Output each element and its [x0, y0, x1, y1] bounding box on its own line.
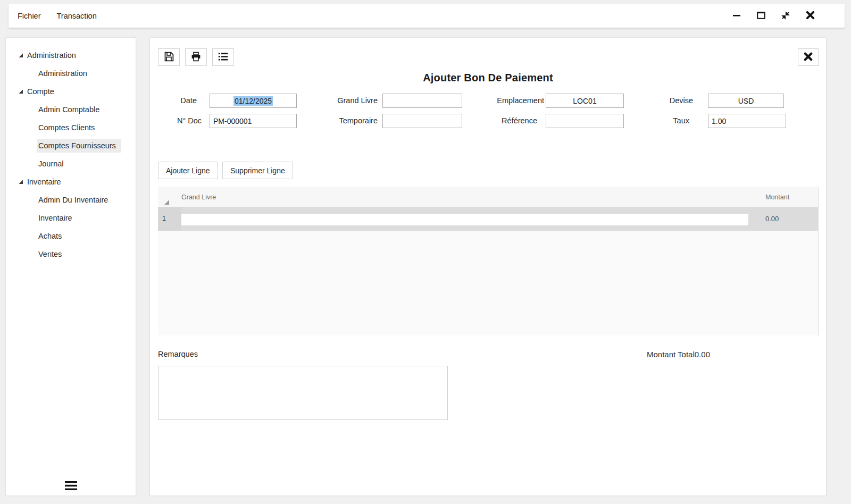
close-window-button[interactable] — [802, 8, 818, 24]
print-button[interactable] — [185, 48, 207, 66]
item-label: Admin Comptable — [37, 103, 105, 116]
expander-icon[interactable] — [19, 53, 23, 58]
menu-fichier[interactable]: Fichier — [10, 4, 49, 28]
menu-bar: Fichier Transaction — [9, 4, 845, 28]
menu-items: Fichier Transaction — [9, 4, 105, 28]
temporaire-label: Temporaire — [306, 114, 378, 128]
payment-voucher-panel: Ajouter Bon De Paiement Date 01/12/2025 … — [149, 37, 827, 496]
montant-total-value: 0.00 — [695, 350, 710, 359]
group-label: Administration — [27, 51, 76, 60]
emplacement-label: Emplacement — [466, 94, 544, 108]
app-window: Fichier Transaction — [0, 0, 851, 504]
expander-icon[interactable] — [19, 180, 23, 184]
sidebar-item-inventaire[interactable]: Inventaire — [6, 209, 136, 227]
sidebar-group-administration[interactable]: Administration — [6, 46, 136, 64]
nav-tree: Administration Administration Compte Adm… — [6, 38, 136, 263]
row-grand-livre-input[interactable] — [181, 214, 748, 225]
doc-no-label: N° Doc — [150, 114, 202, 128]
doc-no-input[interactable] — [210, 114, 297, 128]
row-montant-value[interactable]: 0.00 — [765, 207, 779, 231]
group-label: Compte — [27, 87, 54, 96]
sidebar-item-achats[interactable]: Achats — [6, 227, 136, 245]
group-label: Inventaire — [27, 178, 61, 186]
close-icon — [803, 52, 813, 63]
item-label: Inventaire — [37, 211, 78, 225]
grand-livre-label: Grand Livre — [306, 94, 378, 108]
sidebar-nav: Administration Administration Compte Adm… — [5, 37, 136, 496]
remove-line-button[interactable]: Supprimer Ligne — [222, 162, 293, 179]
lines-grid: Grand Livre Montant 1 0.00 — [158, 187, 819, 335]
expander-icon[interactable] — [19, 89, 23, 94]
emplacement-input[interactable] — [546, 94, 624, 108]
grid-header: Grand Livre Montant — [158, 187, 818, 207]
window-controls — [729, 8, 845, 24]
date-label: Date — [150, 94, 197, 108]
close-form-button[interactable] — [798, 48, 819, 66]
item-label: Journal — [37, 157, 69, 171]
remarks-textarea[interactable] — [158, 366, 448, 420]
list-button[interactable] — [212, 48, 234, 66]
column-header-montant[interactable]: Montant — [765, 187, 789, 207]
item-label: Administration — [37, 66, 93, 80]
sidebar-group-compte[interactable]: Compte — [6, 82, 136, 100]
reference-label: Référence — [466, 114, 537, 128]
item-label: Admin Du Inventaire — [37, 193, 113, 207]
devise-input[interactable] — [708, 94, 784, 108]
close-icon — [805, 10, 815, 22]
reference-input[interactable] — [546, 114, 624, 128]
minimize-button[interactable] — [729, 8, 745, 24]
montant-total: Montant Total0.00 — [647, 350, 710, 359]
sidebar-item-journal[interactable]: Journal — [6, 155, 136, 173]
sidebar-item-admin-comptable[interactable]: Admin Comptable — [6, 100, 136, 119]
restore-button[interactable] — [778, 8, 794, 24]
table-row: 1 0.00 — [158, 207, 818, 231]
list-icon — [218, 51, 229, 64]
save-icon — [163, 51, 174, 64]
item-label: Achats — [37, 229, 67, 243]
taux-label: Taux — [625, 114, 689, 128]
sidebar-menu-button[interactable] — [62, 480, 80, 493]
date-input[interactable]: 01/12/2025 — [210, 94, 297, 108]
print-icon — [190, 51, 202, 64]
devise-label: Devise — [625, 94, 693, 108]
maximize-button[interactable] — [753, 8, 769, 24]
menu-transaction[interactable]: Transaction — [49, 4, 105, 28]
item-label: Comptes Clients — [37, 121, 100, 135]
montant-total-label: Montant Total — [647, 350, 695, 359]
item-label: Comptes Fournisseurs — [37, 139, 121, 153]
page-title: Ajouter Bon De Paiement — [150, 72, 826, 84]
grand-livre-input[interactable] — [382, 94, 462, 108]
date-selected-text: 01/12/2025 — [233, 96, 273, 106]
sidebar-item-admin-du-inventaire[interactable]: Admin Du Inventaire — [6, 191, 136, 209]
sidebar-item-comptes-fournisseurs[interactable]: Comptes Fournisseurs — [6, 137, 136, 155]
minimize-icon — [731, 10, 742, 22]
sidebar-item-comptes-clients[interactable]: Comptes Clients — [6, 119, 136, 137]
maximize-icon — [756, 10, 766, 22]
sidebar-item-administration[interactable]: Administration — [6, 64, 136, 82]
hamburger-icon — [65, 481, 77, 492]
save-button[interactable] — [158, 48, 180, 66]
temporaire-input[interactable] — [382, 114, 462, 128]
row-number[interactable]: 1 — [158, 207, 181, 231]
select-all-corner[interactable] — [163, 198, 170, 205]
sidebar-group-inventaire[interactable]: Inventaire — [6, 173, 136, 191]
taux-input[interactable] — [708, 114, 786, 128]
restore-icon — [780, 10, 791, 22]
add-line-button[interactable]: Ajouter Ligne — [158, 162, 218, 179]
item-label: Ventes — [37, 247, 67, 261]
column-header-grand-livre[interactable]: Grand Livre — [181, 187, 216, 207]
remarks-label: Remarques — [158, 350, 198, 358]
sidebar-item-ventes[interactable]: Ventes — [6, 245, 136, 263]
